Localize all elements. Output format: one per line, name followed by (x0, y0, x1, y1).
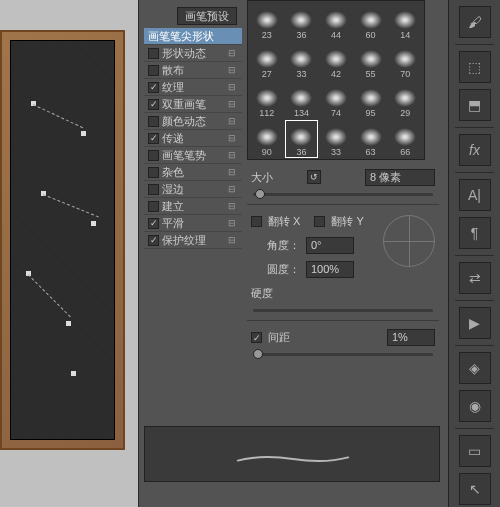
option-checkbox[interactable] (148, 65, 159, 76)
actions-panel-icon[interactable]: ▶ (459, 307, 491, 339)
flip-y-label: 翻转 Y (331, 214, 363, 229)
character-panel-icon[interactable]: A| (459, 179, 491, 211)
brush-thumb-10[interactable]: 112 (250, 81, 284, 119)
flip-x-checkbox[interactable] (251, 216, 262, 227)
spacing-slider[interactable] (253, 353, 433, 356)
roundness-input[interactable] (306, 261, 354, 278)
brush-thumb-22[interactable]: 11 (319, 159, 353, 160)
brush-thumb-17[interactable]: 33 (319, 120, 353, 158)
option-row-4[interactable]: ✓双重画笔⊟ (144, 96, 242, 113)
option-row-0[interactable]: 画笔笔尖形状 (144, 28, 242, 45)
brushes-panel-icon[interactable]: 🖌 (459, 6, 491, 38)
option-checkbox[interactable] (148, 48, 159, 59)
hardness-label: 硬度 (251, 286, 301, 301)
brush-thumb-11[interactable]: 134 (285, 81, 319, 119)
lock-icon[interactable]: ⊟ (228, 218, 238, 228)
spacing-input[interactable] (387, 329, 435, 346)
option-row-10[interactable]: 建立⊟ (144, 198, 242, 215)
angle-widget[interactable] (383, 215, 435, 267)
lock-icon[interactable]: ⊟ (228, 167, 238, 177)
option-row-1[interactable]: 形状动态⊟ (144, 45, 242, 62)
option-row-12[interactable]: ✓保护纹理⊟ (144, 232, 242, 249)
brush-thumb-13[interactable]: 95 (354, 81, 388, 119)
brush-swatch-icon (290, 128, 312, 146)
brush-size-label: 74 (331, 108, 341, 118)
brush-presets-button[interactable]: 画笔预设 (177, 7, 237, 25)
layers-panel-icon[interactable]: ⬒ (459, 89, 491, 121)
lock-icon[interactable]: ⊟ (228, 133, 238, 143)
option-checkbox[interactable]: ✓ (148, 235, 159, 246)
brush-thumb-4[interactable]: 14 (388, 3, 422, 41)
option-checkbox[interactable]: ✓ (148, 218, 159, 229)
option-checkbox[interactable] (148, 116, 159, 127)
option-checkbox[interactable]: ✓ (148, 133, 159, 144)
roundness-label: 圆度： (267, 262, 300, 277)
adjust-panel-icon[interactable]: ⇄ (459, 262, 491, 294)
cursor-panel-icon[interactable]: ↖ (459, 473, 491, 505)
brush-thumb-19[interactable]: 66 (388, 120, 422, 158)
option-row-3[interactable]: ✓纹理⊟ (144, 79, 242, 96)
option-row-9[interactable]: 湿边⊟ (144, 181, 242, 198)
angle-input[interactable] (306, 237, 354, 254)
brush-thumb-16[interactable]: 36 (285, 120, 319, 158)
option-row-11[interactable]: ✓平滑⊟ (144, 215, 242, 232)
brush-size-label: 66 (400, 147, 410, 157)
brush-thumb-9[interactable]: 70 (388, 42, 422, 80)
brush-size-label: 60 (366, 30, 376, 40)
brush-thumb-2[interactable]: 44 (319, 3, 353, 41)
lock-icon[interactable]: ⊟ (228, 82, 238, 92)
brush-thumb-7[interactable]: 42 (319, 42, 353, 80)
layers2-panel-icon[interactable]: ◈ (459, 352, 491, 384)
option-checkbox[interactable]: ✓ (148, 99, 159, 110)
brush-thumb-5[interactable]: 27 (250, 42, 284, 80)
brush-thumb-24[interactable]: 32 (388, 159, 422, 160)
brush-size-label: 55 (366, 69, 376, 79)
brush-size-label: 29 (400, 108, 410, 118)
styles-panel-icon[interactable]: fx (459, 134, 491, 166)
option-label: 保护纹理 (162, 233, 225, 248)
option-row-7[interactable]: 画笔笔势⊟ (144, 147, 242, 164)
lock-icon[interactable]: ⊟ (228, 99, 238, 109)
lock-icon[interactable]: ⊟ (228, 48, 238, 58)
lock-icon[interactable]: ⊟ (228, 201, 238, 211)
option-checkbox[interactable] (148, 150, 159, 161)
brush-thumb-15[interactable]: 90 (250, 120, 284, 158)
option-checkbox[interactable] (148, 201, 159, 212)
swatches-panel-icon[interactable]: ⬚ (459, 51, 491, 83)
blackboard-canvas[interactable] (10, 40, 115, 440)
option-checkbox[interactable] (148, 184, 159, 195)
brush-thumb-20[interactable]: 39 (250, 159, 284, 160)
hardness-slider[interactable] (253, 309, 433, 312)
brush-thumb-0[interactable]: 23 (250, 3, 284, 41)
size-slider[interactable] (253, 193, 433, 196)
brush-thumb-3[interactable]: 60 (354, 3, 388, 41)
flip-y-checkbox[interactable] (314, 216, 325, 227)
paragraph-panel-icon[interactable]: ¶ (459, 217, 491, 249)
option-row-6[interactable]: ✓传递⊟ (144, 130, 242, 147)
brush-thumb-18[interactable]: 63 (354, 120, 388, 158)
option-checkbox[interactable] (148, 167, 159, 178)
comp-panel-icon[interactable]: ▭ (459, 435, 491, 467)
option-checkbox[interactable]: ✓ (148, 82, 159, 93)
option-row-2[interactable]: 散布⊟ (144, 62, 242, 79)
brush-thumb-8[interactable]: 55 (354, 42, 388, 80)
brush-thumb-14[interactable]: 29 (388, 81, 422, 119)
brush-thumb-6[interactable]: 33 (285, 42, 319, 80)
lock-icon[interactable]: ⊟ (228, 235, 238, 245)
size-input[interactable] (365, 169, 435, 186)
option-label: 湿边 (162, 182, 225, 197)
lock-icon[interactable]: ⊟ (228, 184, 238, 194)
option-row-8[interactable]: 杂色⊟ (144, 164, 242, 181)
lock-icon[interactable]: ⊟ (228, 116, 238, 126)
channels-panel-icon[interactable]: ◉ (459, 390, 491, 422)
option-row-5[interactable]: 颜色动态⊟ (144, 113, 242, 130)
lock-icon[interactable]: ⊟ (228, 150, 238, 160)
lock-icon[interactable]: ⊟ (228, 65, 238, 75)
brush-thumb-12[interactable]: 74 (319, 81, 353, 119)
option-label: 平滑 (162, 216, 225, 231)
brush-thumb-21[interactable]: 63 (285, 159, 319, 160)
spacing-checkbox[interactable]: ✓ (251, 332, 262, 343)
brush-thumb-23[interactable]: 48 (354, 159, 388, 160)
reset-size-icon[interactable]: ↺ (307, 170, 321, 184)
brush-thumb-1[interactable]: 36 (285, 3, 319, 41)
